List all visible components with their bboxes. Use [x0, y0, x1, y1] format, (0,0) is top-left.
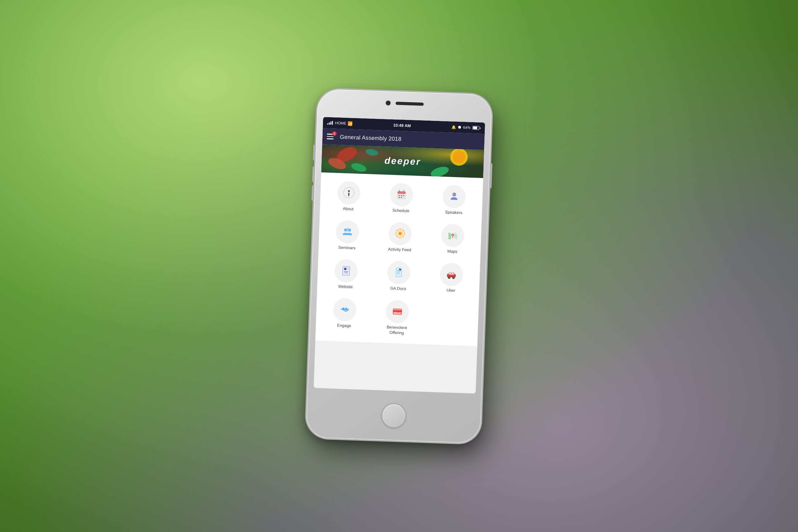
menu-item-benevolent-offering[interactable]: BenevolentOffering [370, 296, 424, 339]
svg-point-9 [343, 187, 354, 198]
activity-feed-icon-circle [388, 222, 412, 245]
battery-fill [473, 127, 477, 129]
earpiece-speaker [396, 101, 424, 106]
speakers-icon-circle [443, 185, 466, 208]
engage-icon [339, 303, 351, 316]
svg-point-7 [348, 190, 350, 192]
maps-label: Maps [447, 249, 457, 254]
uber-icon-circle [440, 262, 463, 285]
phone-container: HOME 📶 10:49 AM 🔔 ⬢ 64% [306, 89, 493, 443]
svg-point-62 [343, 307, 344, 309]
menu-button[interactable]: 1 [327, 132, 336, 141]
menu-item-engage[interactable]: Engage [318, 294, 371, 337]
hamburger-line-3 [327, 138, 334, 139]
ga-docs-icon-circle [387, 261, 410, 284]
seminars-icon [341, 225, 354, 238]
maps-icon-circle [441, 224, 464, 247]
about-label: About [343, 206, 354, 212]
battery-percent: 64% [463, 125, 471, 130]
signal-bar-4 [332, 121, 333, 125]
app-title: General Assembly 2018 [340, 133, 401, 142]
status-left: HOME 📶 [327, 120, 353, 126]
menu-grid: About [315, 172, 483, 346]
svg-point-24 [346, 228, 349, 231]
activity-feed-label: Activity Feed [388, 247, 411, 252]
signal-bar-1 [327, 123, 328, 125]
svg-point-6 [365, 148, 378, 156]
menu-item-maps[interactable]: Maps [426, 220, 479, 258]
svg-point-5 [430, 165, 450, 178]
svg-rect-57 [452, 273, 454, 274]
battery-tip [480, 127, 481, 129]
battery-body [472, 126, 479, 130]
home-button[interactable] [381, 403, 407, 429]
signal-icon [327, 120, 333, 125]
menu-item-ga-docs[interactable]: GA Docs [372, 257, 425, 295]
about-icon-circle [337, 181, 360, 204]
status-time: 10:49 AM [393, 122, 411, 128]
status-right: 🔔 ⬢ 64% [451, 125, 480, 130]
front-camera [385, 100, 391, 106]
phone-screen: HOME 📶 10:49 AM 🔔 ⬢ 64% [314, 117, 485, 394]
notification-badge: 1 [332, 131, 336, 136]
svg-point-63 [345, 307, 347, 309]
benevolent-offering-icon-circle [386, 300, 409, 323]
website-icon [340, 264, 352, 277]
uber-icon [445, 268, 458, 280]
engage-label: Engage [337, 323, 351, 328]
svg-rect-49 [396, 268, 402, 277]
website-label: Website [338, 284, 353, 290]
hamburger-line-2 [327, 136, 334, 137]
schedule-icon [395, 188, 407, 201]
schedule-label: Schedule [393, 208, 410, 214]
svg-point-4 [350, 162, 367, 173]
wifi-icon: 📶 [347, 121, 353, 126]
maps-icon [447, 229, 459, 241]
signal-bar-2 [329, 122, 330, 125]
website-icon-circle [335, 259, 358, 282]
banner-text: deeper [384, 155, 421, 167]
svg-rect-43 [343, 266, 350, 275]
notification-icon: 🔔 [451, 125, 456, 129]
phone-body: HOME 📶 10:49 AM 🔔 ⬢ 64% [306, 89, 493, 443]
speakers-label: Speakers [445, 210, 462, 216]
phone-top-area [385, 100, 424, 107]
banner: deeper [321, 144, 484, 178]
about-icon [343, 186, 355, 198]
menu-item-activity-feed[interactable]: Activity Feed [374, 218, 426, 256]
signal-bar-3 [330, 121, 331, 125]
menu-item-schedule[interactable]: Schedule [375, 179, 428, 217]
carrier-label: HOME [335, 120, 346, 125]
ga-docs-label: GA Docs [390, 285, 406, 291]
engage-icon-circle [333, 298, 356, 321]
benevolent-offering-icon [391, 305, 403, 317]
ga-docs-icon [393, 266, 405, 278]
menu-item-seminars[interactable]: Seminars [321, 216, 374, 254]
bluetooth-icon: ⬢ [458, 125, 461, 129]
battery-indicator [472, 126, 480, 130]
benevolent-offering-label: BenevolentOffering [386, 324, 407, 336]
activity-feed-icon [394, 227, 406, 239]
schedule-icon-circle [390, 183, 413, 206]
menu-item-speakers[interactable]: Speakers [428, 181, 480, 220]
menu-item-uber[interactable]: Uber [425, 259, 478, 297]
svg-rect-56 [450, 272, 451, 274]
uber-label: Uber [446, 288, 455, 293]
speakers-icon [448, 190, 460, 202]
seminars-icon-circle [336, 220, 359, 243]
menu-item-website[interactable]: Website [320, 255, 372, 293]
menu-item-about[interactable]: About [322, 177, 375, 216]
svg-rect-8 [348, 193, 349, 196]
svg-rect-11 [397, 191, 405, 194]
seminars-label: Seminars [338, 245, 355, 251]
